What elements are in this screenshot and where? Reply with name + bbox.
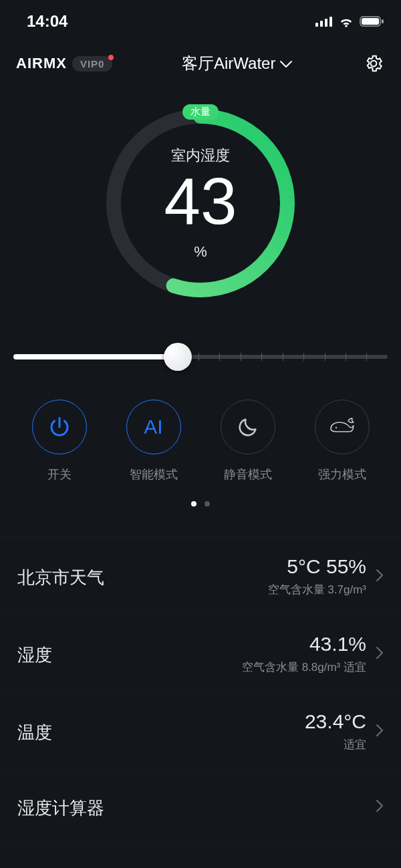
row-title: 温度	[17, 718, 52, 744]
mode-buttons: 开关AI智能模式静音模式强力模式	[0, 370, 401, 482]
page-indicator	[0, 482, 401, 507]
water-level-badge: 水量	[182, 104, 219, 120]
gear-icon	[364, 53, 384, 74]
gauge-label: 室内湿度	[171, 146, 230, 166]
row-value: 43.1%	[309, 633, 366, 656]
row-humidity[interactable]: 湿度43.1%空气含水量 8.8g/m³ 适宜	[0, 615, 401, 693]
notification-dot-icon	[108, 55, 114, 60]
svg-rect-0	[315, 23, 318, 27]
status-indicators	[315, 15, 384, 27]
slider-thumb[interactable]	[164, 343, 192, 371]
power-icon	[32, 400, 87, 454]
wifi-icon	[338, 15, 354, 27]
ai-icon: AI	[126, 400, 181, 454]
row-right: 43.1%空气含水量 8.8g/m³ 适宜	[52, 633, 366, 675]
svg-rect-2	[325, 19, 327, 27]
device-name: 客厅AirWater	[182, 53, 275, 74]
svg-rect-3	[329, 17, 332, 27]
chevron-right-icon	[376, 799, 384, 815]
chevron-right-icon	[376, 646, 384, 662]
cellular-icon	[315, 16, 333, 27]
app-header: AIRMX VIP0 客厅AirWater	[0, 33, 401, 83]
row-right: 23.4°C适宜	[52, 710, 366, 752]
chevron-down-icon	[279, 60, 293, 68]
info-list: 北京市天气5°C 55%空气含水量 3.7g/m³湿度43.1%空气含水量 8.…	[0, 537, 401, 844]
svg-rect-5	[362, 18, 379, 25]
mode-label: 静音模式	[224, 466, 272, 482]
row-value: 23.4°C	[305, 710, 366, 733]
humidity-gauge: 水量 室内湿度 43 %	[0, 83, 401, 303]
whale-icon	[315, 400, 370, 454]
mode-label: 开关	[47, 466, 72, 482]
chevron-right-icon	[376, 724, 384, 740]
svg-rect-1	[320, 21, 323, 27]
page-dot[interactable]	[191, 501, 196, 507]
mode-power[interactable]: 开关	[32, 400, 87, 482]
row-calculator[interactable]: 湿度计算器	[0, 770, 401, 844]
row-weather[interactable]: 北京市天气5°C 55%空气含水量 3.7g/m³	[0, 538, 401, 615]
row-subtitle: 空气含水量 8.8g/m³ 适宜	[242, 660, 366, 675]
chevron-right-icon	[376, 569, 384, 585]
humidity-slider[interactable]	[0, 303, 401, 370]
row-title: 湿度	[17, 641, 52, 667]
page-dot[interactable]	[205, 501, 210, 507]
moon-icon	[221, 400, 275, 454]
row-subtitle: 空气含水量 3.7g/m³	[268, 582, 366, 597]
row-value: 5°C 55%	[287, 555, 366, 578]
mode-boost[interactable]: 强力模式	[315, 400, 370, 482]
brand-label: AIRMX	[16, 55, 67, 72]
settings-button[interactable]	[362, 52, 385, 75]
mode-label: 智能模式	[130, 466, 178, 482]
mode-label: 强力模式	[318, 466, 366, 482]
row-title: 北京市天气	[17, 563, 104, 589]
svg-rect-6	[382, 19, 384, 23]
device-selector[interactable]: 客厅AirWater	[112, 53, 362, 74]
slider-fill	[13, 354, 178, 359]
row-subtitle: 适宜	[344, 737, 366, 752]
mode-ai[interactable]: AI智能模式	[126, 400, 181, 482]
row-title: 湿度计算器	[17, 794, 104, 820]
status-bar: 14:04	[0, 0, 401, 33]
gauge-value: 43	[164, 168, 237, 234]
battery-icon	[360, 16, 384, 27]
vip-text: VIP0	[80, 58, 105, 69]
row-right: 5°C 55%空气含水量 3.7g/m³	[104, 555, 366, 597]
gauge-unit: %	[194, 243, 207, 261]
row-temperature[interactable]: 温度23.4°C适宜	[0, 693, 401, 770]
status-time: 14:04	[27, 12, 68, 31]
mode-quiet[interactable]: 静音模式	[221, 400, 275, 482]
svg-point-9	[335, 427, 336, 428]
vip-badge[interactable]: VIP0	[72, 56, 113, 71]
